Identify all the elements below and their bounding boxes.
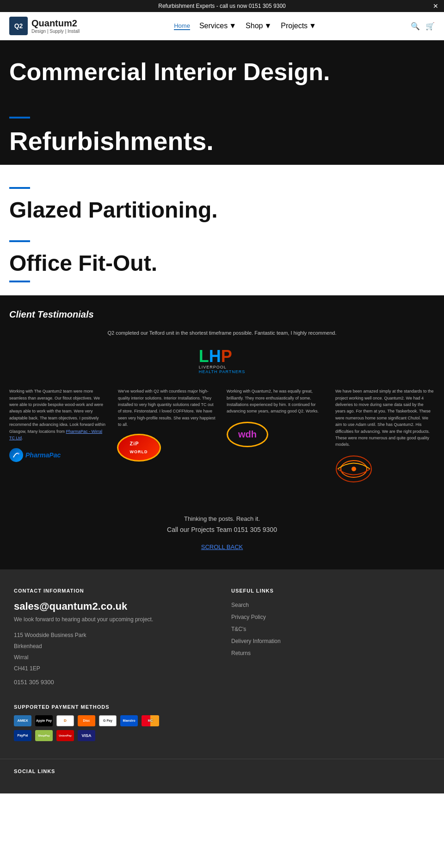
lhp-name2: HEALTH PARTNERS	[199, 369, 246, 374]
payment-shopify: ShopPay	[35, 730, 53, 741]
header-icons: 🔍 🛒	[411, 22, 435, 31]
blue-divider-3	[9, 240, 30, 242]
featured-testimonial-text: Q2 completed our Telford unit in the sho…	[106, 329, 338, 337]
svg-point-0	[18, 453, 19, 455]
hero-refurbishments: Refurbishments.	[0, 104, 444, 165]
top-banner: Refurbishment Experts - call us now 0151…	[0, 0, 444, 12]
blue-divider-4	[9, 281, 30, 282]
hero-title-2: Refurbishments.	[9, 127, 435, 156]
list-item: Returns	[231, 649, 430, 657]
wdh-logo: wdh	[227, 422, 326, 447]
ribbon-svg	[335, 455, 372, 483]
main-nav: Home Services ▼ Shop ▼ Projects ▼	[174, 22, 316, 30]
payment-gpay: G Pay	[99, 715, 117, 726]
footer-email[interactable]: sales@quantum2.co.uk	[14, 600, 213, 612]
payment-unionpay: UnionPay	[56, 730, 74, 741]
nav-projects[interactable]: Projects ▼	[281, 22, 316, 30]
chevron-down-icon: ▼	[309, 22, 316, 30]
address-line2: Birkenhead	[14, 641, 213, 652]
footer-address: 115 Woodside Business Park Birkenhead Wi…	[14, 630, 213, 674]
list-item: T&C's	[231, 624, 430, 633]
payment-discover: Disc	[78, 715, 95, 726]
footer-social: SOCIAL LINKS	[0, 759, 444, 793]
footer-payment: SUPPORTED PAYMENT METHODS AMEX Apple Pay…	[0, 704, 444, 759]
cta-call-text: Call our Projects Team 0151 305 9300	[9, 526, 435, 533]
lhp-name1: LIVERPOOL	[199, 365, 227, 369]
nav-home[interactable]: Home	[174, 22, 190, 30]
list-item: Privacy Policy	[231, 612, 430, 621]
testimonial-col-2: We've worked with Q2 with countless majo…	[118, 388, 217, 483]
svg-point-3	[352, 467, 356, 471]
link-delivery[interactable]: Delivery Information	[231, 638, 281, 644]
payment-maestro: Maestro	[120, 715, 138, 726]
payment-diners: D	[56, 715, 74, 726]
hero-office-fitout: Office Fit-Out.	[0, 227, 444, 295]
footer-phone: 0151 305 9300	[14, 679, 213, 686]
header: Q2 Quantum2 Design | Supply | Install Ho…	[0, 12, 444, 40]
social-title: SOCIAL LINKS	[14, 768, 430, 774]
list-item: Delivery Information	[231, 637, 430, 645]
address-line1: 115 Woodside Business Park	[14, 630, 213, 641]
link-tcs[interactable]: T&C's	[231, 626, 246, 632]
footer-tagline: We look forward to hearing about your up…	[14, 616, 213, 623]
blue-divider-1	[9, 117, 30, 119]
zipworld-logo: ZiPWORLD	[118, 435, 217, 461]
testimonial-text-2: We've worked with Q2 with countless majo…	[118, 388, 217, 428]
payment-amex: AMEX	[14, 715, 31, 726]
testimonial-text-3: Working with Quantum2, he was equally gr…	[227, 388, 326, 415]
logo-area[interactable]: Q2 Quantum2 Design | Supply | Install	[9, 17, 80, 35]
hero-commercial-design: Commercial Interior Design.	[0, 40, 444, 104]
contact-title: CONTACT INFORMATION	[14, 588, 213, 593]
address-line4: CH41 1EP	[14, 663, 213, 674]
ribbon-logo	[335, 455, 372, 483]
link-search[interactable]: Search	[231, 602, 249, 608]
hero-glazed-partitioning: Glazed Partitioning.	[0, 165, 444, 227]
logo-icon: Q2	[9, 17, 28, 35]
list-item: Search	[231, 600, 430, 609]
lhp-logo: LHP LIVERPOOL HEALTH PARTNERS	[199, 348, 246, 374]
testimonial-col-1: Working with The Quantum2 team were more…	[9, 388, 109, 483]
pharma-logo: PharmaPac	[9, 448, 61, 462]
testimonial-col-3: Working with Quantum2, he was equally gr…	[227, 388, 326, 483]
testimonial-text-1: Working with The Quantum2 team were more…	[9, 388, 109, 441]
footer-links-list: Search Privacy Policy T&C's Delivery Inf…	[231, 600, 430, 657]
payment-paypal: PayPal	[14, 730, 31, 741]
cta-section: Thinking the posts. Reach it. Call our P…	[0, 497, 444, 569]
hero-title-4: Office Fit-Out.	[9, 250, 435, 276]
testimonials-section: Client Testimonials Q2 completed our Tel…	[0, 295, 444, 497]
link-privacy[interactable]: Privacy Policy	[231, 614, 266, 620]
testimonial-col-4: We have been amazed simply at the standa…	[335, 388, 435, 483]
footer-contact: CONTACT INFORMATION sales@quantum2.co.uk…	[14, 588, 213, 686]
chevron-down-icon: ▼	[264, 22, 271, 30]
payment-title: SUPPORTED PAYMENT METHODS	[14, 704, 430, 710]
cart-icon[interactable]: 🛒	[426, 22, 435, 31]
search-icon[interactable]: 🔍	[411, 22, 420, 31]
logo-name: Quantum2	[31, 18, 80, 29]
pharma-bird-icon	[12, 451, 20, 459]
address-line3: Wirral	[14, 652, 213, 663]
hero-title-1: Commercial Interior Design.	[9, 59, 435, 85]
banner-text: Refurbishment Experts - call us now 0151…	[158, 3, 286, 9]
lhp-letters: LHP	[199, 348, 232, 365]
payment-row-2: PayPal ShopPay UnionPay VISA	[14, 730, 430, 741]
footer-links-col: USEFUL LINKS Search Privacy Policy T&C's…	[231, 588, 430, 686]
logo-text: Quantum2 Design | Supply | Install	[31, 18, 80, 34]
useful-links-title: USEFUL LINKS	[231, 588, 430, 593]
cta-scroll-link[interactable]: SCROLL BACK	[201, 543, 243, 550]
pharma-link[interactable]: PharmaPac - Wirral TC Ltd	[9, 429, 102, 440]
payment-visa: VISA	[78, 730, 95, 741]
nav-shop[interactable]: Shop ▼	[246, 22, 271, 30]
nav-services[interactable]: Services ▼	[199, 22, 236, 30]
payment-applepay: Apple Pay	[35, 715, 53, 726]
footer: CONTACT INFORMATION sales@quantum2.co.uk…	[0, 569, 444, 704]
close-banner-button[interactable]: ✕	[433, 2, 438, 10]
testimonials-grid: Working with The Quantum2 team were more…	[9, 388, 435, 483]
chevron-down-icon: ▼	[229, 22, 236, 30]
pharma-text: PharmaPac	[25, 450, 61, 460]
testimonials-title: Client Testimonials	[9, 309, 435, 320]
blue-divider-2	[9, 187, 30, 189]
testimonial-text-4: We have been amazed simply at the standa…	[335, 388, 435, 448]
payment-mastercard: MC	[142, 715, 159, 726]
link-returns[interactable]: Returns	[231, 650, 251, 656]
logo-tagline: Design | Supply | Install	[31, 29, 80, 34]
